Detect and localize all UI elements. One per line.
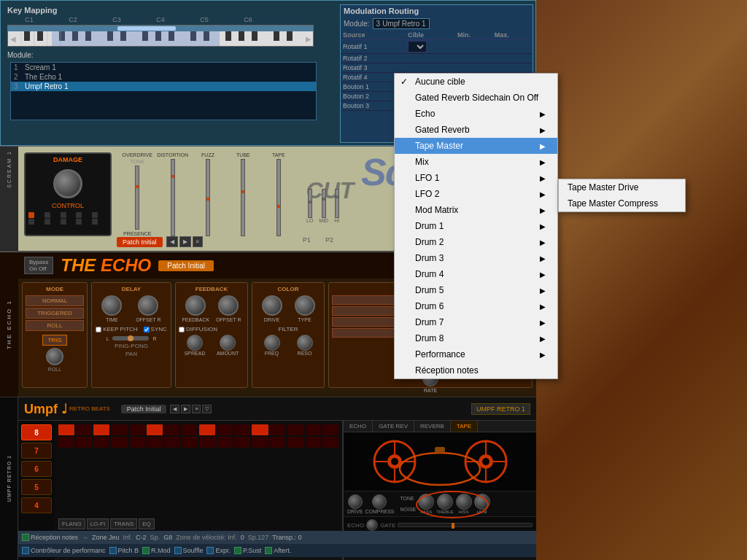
aftert-check[interactable]: Aftert.: [265, 547, 291, 554]
umpf-next[interactable]: ▶: [181, 405, 190, 413]
submenu-tape-master-drive[interactable]: Tape Master Drive: [559, 179, 685, 195]
feedback-knob[interactable]: FEEDBACK: [182, 295, 209, 322]
rmod-check[interactable]: R.Mod: [142, 547, 171, 554]
rmod-checkbox[interactable]: [142, 547, 150, 554]
drive-knob[interactable]: DRIVE: [262, 295, 282, 322]
step-2-10[interactable]: [217, 437, 233, 448]
step-1-5[interactable]: [129, 424, 145, 435]
damage-knob[interactable]: [53, 169, 82, 198]
pad-7[interactable]: 7: [21, 443, 52, 459]
eq-lo[interactable]: LO: [306, 189, 313, 223]
offsetr2-knob[interactable]: OFFSET R: [216, 295, 241, 322]
step-1-14[interactable]: [287, 424, 303, 435]
step-2-14[interactable]: [287, 437, 303, 448]
drive-knob-tape[interactable]: DRIVE: [347, 494, 363, 514]
step-1-1[interactable]: [58, 424, 74, 435]
step-2-16[interactable]: [322, 437, 338, 448]
menu-item-drum5[interactable]: Drum 5 ▶: [395, 282, 557, 298]
menu-item-drum4[interactable]: Drum 4 ▶: [395, 266, 557, 282]
module-item-echo[interactable]: 2The Echo 1: [11, 72, 316, 82]
mode-triggered[interactable]: TRIGGERED: [26, 308, 84, 319]
menu-item-drum8[interactable]: Drum 8 ▶: [395, 330, 557, 346]
menu-item-reception-notes[interactable]: Réception notes: [395, 362, 557, 378]
step-2-4[interactable]: [111, 437, 127, 448]
rotatif1-cible[interactable]: [408, 41, 427, 52]
step-2-3[interactable]: [93, 437, 109, 448]
souffle-check[interactable]: Souffle: [174, 547, 204, 554]
slider-4[interactable]: [241, 159, 245, 236]
step-2-5[interactable]: [129, 437, 145, 448]
eq-mid[interactable]: MID: [319, 189, 328, 223]
slider-1[interactable]: [135, 166, 139, 230]
step-2-13[interactable]: [270, 437, 286, 448]
pan-slider[interactable]: [112, 336, 149, 341]
algo-btn-9[interactable]: [76, 219, 82, 225]
step-1-3[interactable]: [93, 424, 109, 435]
step-2-8[interactable]: [182, 437, 198, 448]
module-list[interactable]: 1Scream 1 2The Echo 1 3Umpf Retro 1: [10, 62, 317, 120]
offsetr-knob[interactable]: OFFSET R: [136, 295, 160, 322]
patch-next[interactable]: ▶: [179, 236, 191, 247]
psust-check[interactable]: P.Sust: [234, 547, 261, 554]
damage-knob-area[interactable]: [26, 169, 110, 198]
menu-item-drum3[interactable]: Drum 3 ▶: [395, 250, 557, 266]
algo-btn-10[interactable]: [92, 219, 98, 225]
step-2-15[interactable]: [305, 437, 321, 448]
bass-knob[interactable]: BASS: [418, 494, 434, 514]
keep-pitch-check[interactable]: KEEP PITCH: [96, 326, 137, 332]
piano-keyboard[interactable]: ◀ ▶: [7, 25, 314, 47]
trig-button[interactable]: TRIG: [42, 335, 66, 346]
eq-hi[interactable]: HI: [334, 189, 339, 223]
algo-btn-1[interactable]: [28, 212, 34, 218]
psust-checkbox[interactable]: [234, 547, 241, 554]
reception-checkbox[interactable]: [22, 534, 29, 541]
time-knob[interactable]: TIME: [101, 295, 122, 322]
menu-item-drum6[interactable]: Drum 6 ▶: [395, 298, 557, 314]
sync-check[interactable]: SYNC: [144, 326, 167, 332]
umpf-prev[interactable]: ◀: [170, 405, 179, 413]
step-1-15[interactable]: [305, 424, 321, 435]
menu-item-tape-master[interactable]: Tape Master ▶: [395, 138, 557, 154]
tab-echo[interactable]: ECHO: [344, 421, 373, 432]
diffusion-check[interactable]: DIFFUSION: [179, 326, 244, 332]
mod-row-1[interactable]: Rotatif 1: [341, 40, 533, 54]
fx-eq[interactable]: EQ: [139, 518, 155, 529]
controller-checkbox[interactable]: [22, 547, 29, 554]
hum-knob[interactable]: HUM: [474, 494, 490, 514]
menu-item-echo[interactable]: Echo ▶: [395, 106, 557, 122]
step-2-12[interactable]: [252, 437, 268, 448]
menu-item-lfo2[interactable]: LFO 2 ▶: [395, 186, 557, 202]
mode-roll[interactable]: ROLL: [26, 320, 84, 331]
echo-bypass[interactable]: BypassOn Off: [24, 257, 53, 274]
echo-knob-bottom[interactable]: [366, 519, 378, 531]
amount-knob[interactable]: AMOUNT: [217, 335, 239, 356]
context-menu[interactable]: Aucune cible Gated Reverb Sidechain On O…: [394, 73, 558, 379]
fx-flang[interactable]: FLANG: [58, 518, 85, 529]
step-1-13[interactable]: [270, 424, 286, 435]
hiss-knob[interactable]: HISS: [456, 494, 472, 514]
step-1-16[interactable]: [322, 424, 338, 435]
slider-5[interactable]: [276, 159, 281, 236]
menu-item-aucune[interactable]: Aucune cible: [395, 74, 557, 90]
module-item-umpf[interactable]: 3Umpf Retro 1: [11, 82, 316, 91]
menu-item-drum7[interactable]: Drum 7 ▶: [395, 314, 557, 330]
reception-notes-check[interactable]: Réception notes: [22, 534, 78, 541]
mode-normal[interactable]: NORMAL: [26, 295, 84, 306]
step-1-9[interactable]: [199, 424, 215, 435]
expr-checkbox[interactable]: [206, 547, 214, 554]
step-1-10[interactable]: [217, 424, 233, 435]
menu-item-gated-reverb[interactable]: Gated Reverb ▶: [395, 122, 557, 138]
algo-btn-3[interactable]: [61, 212, 66, 218]
gate-slider[interactable]: [398, 523, 533, 527]
umpf-settings[interactable]: ≡: [192, 405, 201, 413]
freq-knob[interactable]: FREQ: [264, 335, 280, 356]
step-1-12[interactable]: [252, 424, 268, 435]
step-1-4[interactable]: [111, 424, 127, 435]
aftert-checkbox[interactable]: [265, 547, 272, 554]
controller-check[interactable]: Contrôleur de performanc: [22, 547, 106, 554]
menu-item-drum1[interactable]: Drum 1 ▶: [395, 218, 557, 234]
submenu-tape-master-compress[interactable]: Tape Master Compress: [559, 195, 685, 211]
slider-2[interactable]: [171, 159, 175, 236]
module-item-scream[interactable]: 1Scream 1: [11, 63, 316, 72]
step-2-11[interactable]: [234, 437, 250, 448]
